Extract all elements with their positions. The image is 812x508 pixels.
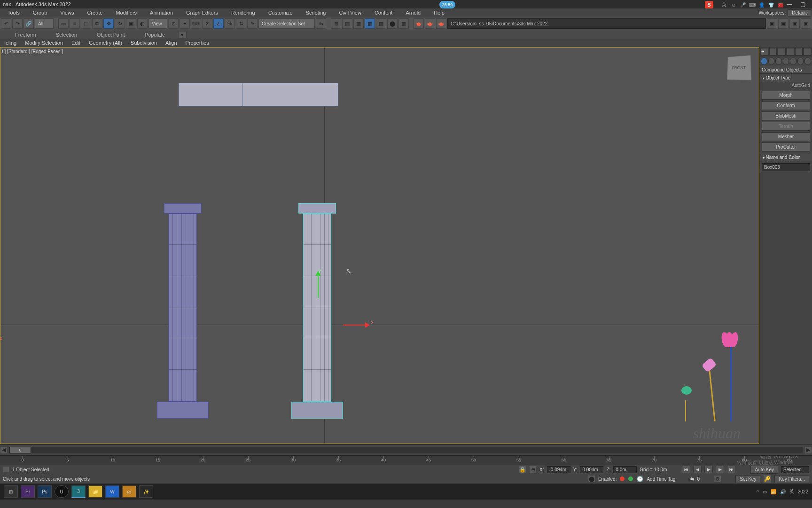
select-place-button[interactable]: ◐ (137, 18, 148, 29)
play-goto-end-button[interactable]: ⏭ (727, 466, 735, 473)
taskbar-premiere-icon[interactable]: Pr (21, 485, 35, 498)
isolate-icon[interactable]: ⬤ (588, 475, 595, 483)
flowers-group[interactable] (679, 327, 745, 421)
shapes-cat-icon[interactable] (768, 57, 775, 65)
filter-all-dropdown[interactable]: All (35, 18, 54, 29)
tray-wifi-icon[interactable]: 📶 (771, 489, 776, 494)
conform-button[interactable]: Conform (762, 101, 810, 110)
align-button[interactable]: ≣ (331, 18, 341, 29)
system-tray[interactable]: ^ ▭ 📶 🔊 英 2022 (757, 488, 808, 495)
spacewarps-cat-icon[interactable] (797, 57, 804, 65)
snap-angle-button[interactable]: ∠ (213, 18, 224, 29)
manip-button[interactable]: ✦ (180, 18, 190, 29)
taskbar-app8-icon[interactable]: 🗂 (122, 485, 136, 498)
extra1-button[interactable]: ▣ (767, 18, 777, 29)
project-path-field[interactable]: C:\Users\cm_ss_05\Documents\3ds Max 2022 (447, 18, 766, 29)
enabled-green-dot[interactable] (628, 476, 633, 481)
tray-whiteboard-icon[interactable]: ▭ (763, 489, 767, 494)
render-production-button[interactable]: 🫖 (425, 18, 435, 29)
sogou-ime-icon[interactable]: S (705, 1, 713, 8)
gizmo-y-axis[interactable] (318, 272, 319, 298)
timeslider-next-icon[interactable]: ▶ (804, 446, 812, 454)
time-config-icon[interactable]: ⚙ (714, 475, 721, 483)
keyboard-shortcut-button[interactable]: ⌨ (191, 18, 201, 29)
keyboard-icon[interactable]: ⌨ (749, 1, 756, 8)
create-tab-icon[interactable]: + (761, 48, 768, 56)
viewcube[interactable]: FRONT (727, 55, 752, 80)
motion-tab-icon[interactable] (787, 48, 794, 56)
viewport[interactable]: t ] [Standard ] [Edged Faces ] (0, 47, 759, 444)
menu-civilview[interactable]: Civil View (332, 8, 367, 17)
time-slider-thumb[interactable]: 0 (9, 447, 31, 453)
render-frame-button[interactable]: 🫖 (414, 18, 424, 29)
systems-cat-icon[interactable] (804, 57, 811, 65)
ribbon-tab-freeform[interactable]: Freeform (6, 31, 46, 39)
shirt-icon[interactable]: 👕 (768, 1, 774, 8)
toggle-ribbon-button[interactable]: ▦ (353, 18, 364, 29)
menu-customize[interactable]: Customize (262, 8, 299, 17)
taskbar-app9-icon[interactable]: ✨ (139, 485, 153, 498)
ime-lang[interactable]: 英 (721, 1, 727, 8)
modify-tab-icon[interactable] (769, 48, 777, 56)
taskbar-photoshop-icon[interactable]: Ps (38, 485, 52, 498)
select-scale-button[interactable]: ▣ (126, 18, 136, 29)
undo-button[interactable]: ↶ (1, 18, 11, 29)
time-ruler[interactable]: 0 5 10 15 20 25 30 35 40 45 50 55 60 65 … (0, 455, 812, 465)
toolbox-icon[interactable]: 🧰 (777, 1, 784, 8)
utilities-tab-icon[interactable] (804, 48, 811, 56)
keymode-dropdown[interactable]: Selected (781, 466, 809, 473)
category-dropdown[interactable]: Compound Objects (760, 66, 812, 74)
tray-ime[interactable]: 英 (789, 488, 794, 495)
emoji-icon[interactable]: ☺ (730, 1, 737, 8)
namecolor-rollout[interactable]: Name and Color (760, 153, 812, 161)
enabled-red-dot[interactable] (620, 476, 625, 481)
gizmo-x-axis[interactable] (343, 325, 369, 325)
ribbon-tab-populate[interactable]: Populate (135, 31, 174, 39)
redo-button[interactable]: ↷ (12, 18, 23, 29)
menu-views[interactable]: Views (54, 8, 80, 17)
menu-help[interactable]: Help (427, 8, 451, 17)
ribbon-edit[interactable]: Edit (68, 39, 84, 47)
ribbon-tab-objectpaint[interactable]: Object Paint (87, 31, 134, 39)
ribbon-subdivision[interactable]: Subdivision (127, 39, 161, 47)
lights-cat-icon[interactable] (775, 57, 782, 65)
ribbon-toggle-icon[interactable]: ▾ (178, 31, 187, 39)
object-name-input[interactable]: Box003 (762, 163, 810, 171)
column-right-selected[interactable] (291, 203, 343, 419)
display-tab-icon[interactable] (795, 48, 803, 56)
refcoord-dropdown[interactable]: View (148, 18, 167, 29)
taskbar-3dsmax-icon[interactable]: 3 (71, 485, 86, 498)
ribbon-align[interactable]: Align (162, 39, 180, 47)
objecttype-rollout[interactable]: Object Type (760, 74, 812, 82)
menu-arnold[interactable]: Arnold (399, 8, 427, 17)
morph-button[interactable]: Morph (762, 91, 810, 100)
edit-named-sel-button[interactable]: ✎ (247, 18, 258, 29)
autokey-button[interactable]: Auto Key (750, 466, 778, 474)
extra3-button[interactable]: ▣ (789, 18, 800, 29)
coord-x-input[interactable]: -0.094m (547, 466, 570, 473)
snap-percent-button[interactable]: % (225, 18, 235, 29)
blobmesh-button[interactable]: BlobMesh (762, 111, 810, 120)
snap-2d-button[interactable]: 2 (202, 18, 212, 29)
lintel-object[interactable] (179, 83, 338, 106)
named-selset-dropdown[interactable]: Create Selection Set (258, 18, 315, 29)
setkey-button[interactable]: Set Key (735, 475, 760, 483)
taskbar-wps-icon[interactable]: W (105, 485, 119, 498)
menu-animation[interactable]: Animation (143, 8, 180, 17)
use-center-button[interactable]: ⊙ (168, 18, 179, 29)
key-icon[interactable]: 🔑 (763, 475, 772, 483)
play-button[interactable]: ▶ (704, 466, 713, 473)
flower-tulip[interactable] (722, 332, 741, 421)
mesher-button[interactable]: Mesher (762, 132, 810, 141)
window-minimize[interactable]: — (783, 1, 796, 8)
helpers-cat-icon[interactable] (790, 57, 796, 65)
rect-select-button[interactable]: ⬚ (81, 18, 91, 29)
ribbon-modifysel[interactable]: Modify Selection (21, 39, 67, 47)
menu-rendering[interactable]: Rendering (225, 8, 262, 17)
select-move-button[interactable]: ✥ (103, 18, 114, 29)
ribbon-properties[interactable]: Properties (182, 39, 213, 47)
extra4-button[interactable]: ▣ (801, 18, 811, 29)
current-frame-input[interactable]: 0 (697, 476, 711, 482)
keyfilters-button[interactable]: Key Filters... (774, 475, 809, 483)
cameras-cat-icon[interactable] (783, 57, 789, 65)
